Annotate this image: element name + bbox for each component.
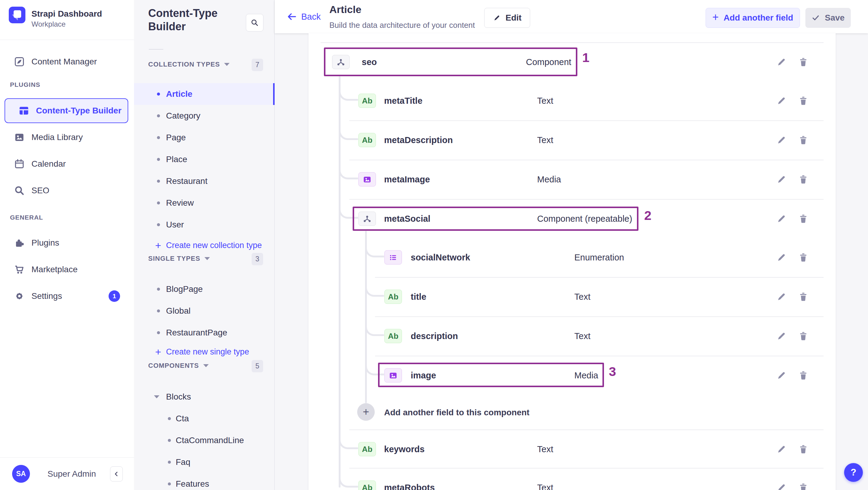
delete-field-button[interactable] xyxy=(798,57,809,67)
annotation-box-2 xyxy=(353,207,639,231)
edit-field-button[interactable] xyxy=(776,213,787,224)
strapi-logo-icon xyxy=(9,7,25,23)
bullet-icon xyxy=(157,331,160,334)
field-row-keywords: Ab keywords Text xyxy=(309,429,836,469)
subnav-item-review[interactable]: Review xyxy=(134,192,275,214)
help-button[interactable]: ? xyxy=(844,463,863,482)
edit-field-button[interactable] xyxy=(776,331,787,341)
delete-field-button[interactable] xyxy=(798,252,809,263)
sidebar-item-seo[interactable]: SEO xyxy=(0,180,134,202)
subnav-item-article[interactable]: Article xyxy=(134,83,275,105)
sidebar-item-plugins[interactable]: Plugins xyxy=(0,232,134,254)
sidebar-item-label: Content Manager xyxy=(31,57,97,66)
edit-field-button[interactable] xyxy=(776,95,787,106)
arrow-left-icon xyxy=(287,11,297,22)
caret-down-icon xyxy=(154,395,159,398)
subnav-item-features[interactable]: Features xyxy=(134,473,275,490)
subnav-item-global[interactable]: Global xyxy=(134,300,275,322)
annotation-number-2: 2 xyxy=(644,208,651,223)
add-another-field-button[interactable]: + Add another field xyxy=(706,8,800,28)
subnav-item-faq[interactable]: Faq xyxy=(134,451,275,473)
group-components[interactable]: COMPONENTS xyxy=(148,362,209,370)
edit-field-button[interactable] xyxy=(776,482,787,490)
plus-icon: + xyxy=(155,346,161,358)
field-row-metadescription: Ab metaDescription Text xyxy=(309,120,836,160)
sidebar-item-label: Content-Type Builder xyxy=(36,106,122,116)
sidebar-item-label: Settings xyxy=(31,291,62,301)
subnav-item-user[interactable]: User xyxy=(134,214,275,236)
sidebar-footer-divider xyxy=(0,457,134,458)
delete-field-button[interactable] xyxy=(798,291,809,302)
save-button[interactable]: Save xyxy=(805,8,851,28)
sidebar-item-marketplace[interactable]: Marketplace xyxy=(0,258,134,280)
subnav-item-restaurant[interactable]: Restaurant xyxy=(134,170,275,192)
edit-field-button[interactable] xyxy=(776,291,787,302)
caret-down-icon xyxy=(203,364,209,367)
delete-field-button[interactable] xyxy=(798,370,809,381)
subnav-item-restaurantpage[interactable]: RestaurantPage xyxy=(134,322,275,344)
delete-field-button[interactable] xyxy=(798,95,809,106)
subnav-item-place[interactable]: Place xyxy=(134,149,275,170)
delete-field-button[interactable] xyxy=(798,482,809,490)
text-field-icon: Ab xyxy=(359,133,376,147)
page-title: Article xyxy=(329,4,362,16)
annotation-number-1: 1 xyxy=(582,50,589,65)
edit-field-button[interactable] xyxy=(776,134,787,146)
field-row-title: Ab title Text xyxy=(309,277,836,316)
content-type-builder-panel: Content-Type Builder COLLECTION TYPES 7 … xyxy=(134,0,275,490)
delete-field-button[interactable] xyxy=(798,213,809,224)
bullet-icon xyxy=(168,483,171,486)
app-sidebar: Strapi Dashboard Workplace Content Manag… xyxy=(0,0,134,490)
subnav-item-cta[interactable]: Cta xyxy=(134,408,275,429)
collection-types-count: 7 xyxy=(252,59,263,71)
sidebar-item-settings[interactable]: Settings 1 xyxy=(0,285,134,307)
group-single-types[interactable]: SINGLE TYPES xyxy=(148,255,210,263)
edit-button[interactable]: Edit xyxy=(484,8,530,28)
bullet-icon xyxy=(157,202,160,205)
edit-field-button[interactable] xyxy=(776,370,787,381)
subnav-item-category[interactable]: Category xyxy=(134,105,275,127)
calendar-icon xyxy=(13,158,25,170)
bullet-icon xyxy=(157,158,160,161)
add-component-field-label[interactable]: Add another field to this component xyxy=(384,408,530,418)
edit-field-button[interactable] xyxy=(776,174,787,185)
annotation-number-3: 3 xyxy=(609,364,616,379)
create-single-type-link[interactable]: + Create new single type xyxy=(134,342,275,362)
components-count: 5 xyxy=(252,360,263,372)
delete-field-button[interactable] xyxy=(798,331,809,341)
sidebar-item-label: Media Library xyxy=(31,132,83,142)
back-link[interactable]: Back xyxy=(287,11,320,22)
group-collection-types[interactable]: COLLECTION TYPES xyxy=(148,61,229,68)
sidebar-item-content-type-builder[interactable]: Content-Type Builder xyxy=(4,98,128,123)
delete-field-button[interactable] xyxy=(798,134,809,146)
field-row-metatitle: Ab metaTitle Text xyxy=(309,81,836,120)
check-icon xyxy=(811,13,820,22)
sidebar-item-media-library[interactable]: Media Library xyxy=(0,126,134,148)
panel-divider xyxy=(149,49,163,50)
subnav-item-page[interactable]: Page xyxy=(134,127,275,149)
sidebar-item-content-manager[interactable]: Content Manager xyxy=(0,51,134,72)
collapse-sidebar-button[interactable] xyxy=(110,466,123,482)
content-type-builder-icon xyxy=(18,105,30,117)
add-component-field-button[interactable]: + xyxy=(357,403,375,421)
single-types-count: 3 xyxy=(252,253,263,265)
text-field-icon: Ab xyxy=(359,481,376,490)
caret-down-icon xyxy=(224,63,229,66)
edit-field-button[interactable] xyxy=(776,57,787,67)
search-button[interactable] xyxy=(246,14,264,31)
field-row-description: Ab description Text xyxy=(309,316,836,356)
user-avatar[interactable]: SA xyxy=(12,465,30,483)
active-accent-bar xyxy=(273,83,275,105)
edit-field-button[interactable] xyxy=(776,444,787,455)
delete-field-button[interactable] xyxy=(798,444,809,455)
subnav-item-ctacommandline[interactable]: CtaCommandLine xyxy=(134,429,275,451)
subnav-item-blogpage[interactable]: BlogPage xyxy=(134,278,275,300)
create-collection-type-link[interactable]: + Create new collection type xyxy=(134,236,275,255)
edit-field-button[interactable] xyxy=(776,252,787,263)
sidebar-item-label: Plugins xyxy=(31,238,59,248)
field-row-socialnetwork: socialNetwork Enumeration xyxy=(309,238,836,277)
subnav-category-blocks[interactable]: Blocks xyxy=(134,386,275,408)
sidebar-item-calendar[interactable]: Calendar xyxy=(0,153,134,175)
delete-field-button[interactable] xyxy=(798,174,809,185)
bullet-icon xyxy=(157,136,160,139)
